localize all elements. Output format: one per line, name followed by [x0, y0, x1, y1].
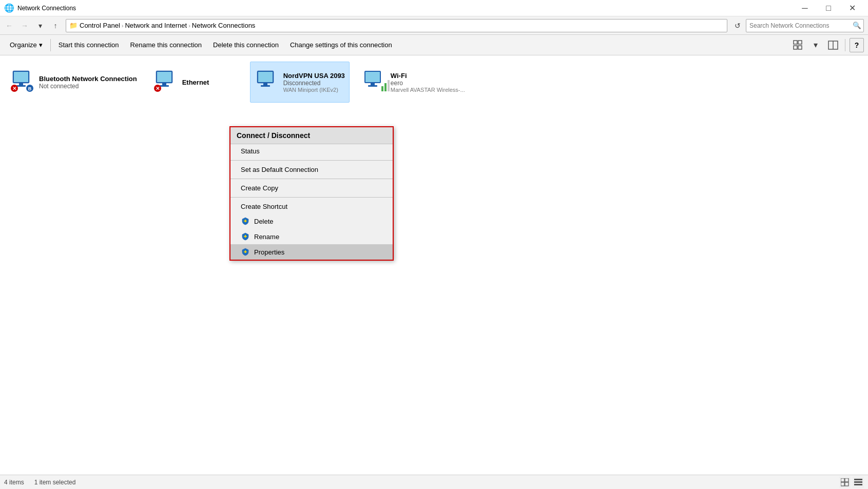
bluetooth-info: Bluetooth Network Connection Not connect… — [39, 75, 137, 90]
context-menu-header[interactable]: Connect / Disconnect — [230, 127, 393, 144]
organize-button[interactable]: Organize ▾ — [4, 36, 48, 54]
svg-text:✕: ✕ — [12, 86, 16, 91]
dropdown-button[interactable]: ▾ — [33, 18, 47, 33]
svg-rect-32 — [245, 220, 246, 222]
svg-rect-7 — [14, 72, 28, 82]
svg-rect-36 — [245, 250, 246, 253]
status-bar-right — [839, 477, 864, 488]
context-menu-delete[interactable]: Delete — [230, 213, 393, 229]
svg-rect-3 — [798, 46, 802, 49]
context-menu-create-copy[interactable]: Create Copy — [230, 181, 393, 195]
help-button[interactable]: ? — [850, 38, 864, 52]
breadcrumb-network-internet[interactable]: Network and Internet — [125, 22, 187, 29]
context-menu-properties[interactable]: Properties — [230, 244, 393, 260]
context-menu-create-shortcut[interactable]: Create Shortcut — [230, 200, 393, 213]
wifi-computer-icon — [362, 68, 391, 93]
wifi-detail-line: eero — [391, 80, 465, 87]
window-title: Network Connections — [17, 5, 793, 12]
rename-connection-button[interactable]: Rename this connection — [125, 36, 207, 54]
svg-rect-29 — [384, 83, 387, 91]
start-connection-button[interactable]: Start this connection — [53, 36, 125, 54]
nordvpn-icon-area — [255, 68, 283, 96]
nordvpn-status: Disconnected — [283, 80, 345, 87]
change-settings-button[interactable]: Change settings of this connection — [284, 36, 398, 54]
context-menu-set-default[interactable]: Set as Default Connection — [230, 163, 393, 177]
context-menu-status[interactable]: Status — [230, 144, 393, 158]
list-view-icon — [854, 478, 862, 486]
svg-rect-23 — [261, 85, 270, 87]
pane-icon — [828, 40, 838, 50]
svg-rect-15 — [157, 72, 171, 82]
wifi-sub-line: Marvell AVASTAR Wireless-... — [391, 87, 465, 93]
folder-icon: 📁 — [69, 22, 78, 29]
svg-rect-41 — [854, 479, 862, 480]
bluetooth-icon-area: ✕ B — [10, 68, 39, 96]
preview-pane-button[interactable] — [825, 37, 841, 53]
breadcrumb-network-connections[interactable]: Network Connections — [192, 22, 256, 29]
item-count: 4 items — [4, 479, 24, 486]
svg-text:B: B — [28, 86, 32, 91]
bluetooth-name: Bluetooth Network Connection — [39, 75, 137, 83]
context-menu-rename[interactable]: Rename — [230, 229, 393, 244]
view-dropdown-button[interactable]: ▾ — [808, 37, 823, 53]
title-bar-controls: ─ □ ✕ — [793, 0, 864, 16]
svg-rect-2 — [794, 46, 797, 49]
ctx-divider-1 — [230, 160, 393, 161]
app-icon: 🌐 — [4, 3, 14, 13]
breadcrumb-control-panel[interactable]: Control Panel — [80, 22, 120, 29]
details-view-icon — [841, 478, 849, 486]
up-button[interactable]: ↑ — [48, 18, 63, 33]
svg-rect-27 — [368, 85, 377, 87]
toolbar: Organize ▾ Start this connection Rename … — [0, 35, 868, 55]
svg-rect-17 — [160, 85, 169, 87]
delete-connection-button[interactable]: Delete this connection — [207, 36, 284, 54]
minimize-button[interactable]: ─ — [793, 0, 817, 16]
svg-rect-39 — [841, 482, 844, 486]
svg-rect-9 — [16, 85, 26, 87]
toolbar-separator-1 — [50, 39, 51, 51]
main-content: ✕ B Bluetooth Network Connection Not con… — [0, 55, 868, 475]
close-button[interactable]: ✕ — [840, 0, 864, 16]
svg-rect-34 — [245, 235, 246, 238]
wifi-name: Wi-Fi — [391, 72, 465, 80]
svg-rect-28 — [381, 86, 383, 91]
ethernet-info: Ethernet — [182, 79, 209, 86]
search-button[interactable]: 🔍 — [850, 19, 863, 32]
status-bar: 4 items 1 item selected — [0, 475, 868, 489]
ethernet-computer-icon: ✕ — [153, 68, 179, 93]
nordvpn-name: NordVPN USA 2093 — [283, 72, 345, 80]
svg-rect-40 — [845, 482, 848, 486]
svg-rect-25 — [365, 72, 380, 82]
nordvpn-detail: WAN Miniport (IKEv2) — [283, 87, 345, 93]
toolbar-right: ▾ ? — [790, 37, 864, 53]
back-button[interactable]: ← — [2, 18, 16, 33]
refresh-button[interactable]: ↺ — [730, 18, 745, 33]
ctx-divider-3 — [230, 197, 393, 198]
ctx-divider-2 — [230, 179, 393, 179]
shield-rename-icon — [241, 232, 250, 241]
svg-rect-0 — [794, 41, 797, 44]
ethernet-icon-area: ✕ — [153, 68, 182, 96]
search-input[interactable] — [746, 22, 850, 29]
shield-properties-icon — [241, 247, 250, 257]
network-item-wifi[interactable]: Wi-Fi eero Marvell AVASTAR Wireless-... — [358, 62, 469, 103]
address-bar: 📁 Control Panel › Network and Internet ›… — [66, 19, 727, 32]
svg-rect-38 — [845, 478, 848, 482]
status-view-btn-2[interactable] — [853, 477, 864, 488]
svg-rect-30 — [388, 80, 390, 91]
network-item-nordvpn[interactable]: NordVPN USA 2093 Disconnected WAN Minipo… — [250, 62, 350, 103]
context-menu: Connect / Disconnect Status Set as Defau… — [229, 126, 394, 261]
bluetooth-status: Not connected — [39, 83, 137, 90]
network-item-ethernet[interactable]: ✕ Ethernet — [149, 62, 242, 103]
status-view-btn-1[interactable] — [839, 477, 851, 488]
svg-rect-37 — [841, 478, 844, 482]
network-item-bluetooth[interactable]: ✕ B Bluetooth Network Connection Not con… — [6, 62, 141, 103]
change-view-button[interactable] — [790, 37, 806, 53]
shield-delete-icon — [241, 217, 250, 226]
svg-rect-1 — [798, 41, 802, 44]
svg-rect-42 — [854, 481, 862, 483]
forward-button[interactable]: → — [17, 18, 32, 33]
maximize-button[interactable]: □ — [817, 0, 840, 16]
toolbar-separator-2 — [845, 39, 845, 51]
wifi-info: Wi-Fi eero Marvell AVASTAR Wireless-... — [391, 72, 465, 93]
